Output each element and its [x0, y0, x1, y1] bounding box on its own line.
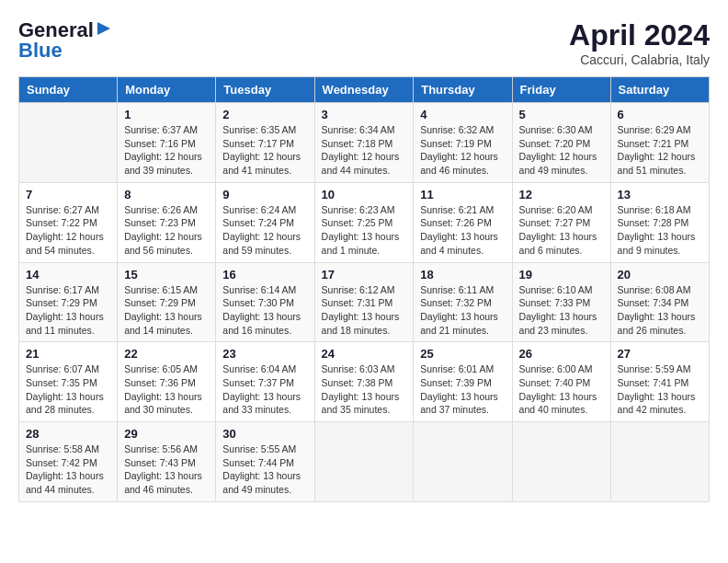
day-info: Sunrise: 6:00 AMSunset: 7:40 PMDaylight:… [519, 362, 604, 417]
day-number: 6 [618, 108, 702, 121]
calendar-cell [414, 422, 512, 502]
day-number: 9 [222, 188, 307, 201]
calendar-cell: 23Sunrise: 6:04 AMSunset: 7:37 PMDayligh… [216, 342, 314, 422]
day-number: 22 [124, 347, 209, 361]
day-number: 15 [124, 268, 209, 282]
calendar-cell: 29Sunrise: 5:56 AMSunset: 7:43 PMDayligh… [118, 422, 216, 502]
day-number: 4 [420, 108, 505, 121]
calendar-cell: 27Sunrise: 5:59 AMSunset: 7:41 PMDayligh… [610, 342, 709, 422]
header-day-saturday: Saturday [610, 77, 709, 103]
day-number: 23 [222, 347, 307, 361]
day-info: Sunrise: 5:58 AMSunset: 7:42 PMDaylight:… [26, 442, 110, 497]
day-number: 28 [26, 427, 110, 441]
calendar-cell: 22Sunrise: 6:05 AMSunset: 7:36 PMDayligh… [118, 342, 216, 422]
calendar-week-2: 7Sunrise: 6:27 AMSunset: 7:22 PMDaylight… [19, 182, 710, 262]
day-number: 21 [26, 347, 110, 361]
day-info: Sunrise: 6:07 AMSunset: 7:35 PMDaylight:… [26, 362, 110, 417]
calendar-body: 1Sunrise: 6:37 AMSunset: 7:16 PMDaylight… [19, 103, 710, 502]
calendar-cell [314, 422, 414, 502]
calendar-cell: 26Sunrise: 6:00 AMSunset: 7:40 PMDayligh… [512, 342, 610, 422]
calendar-cell: 9Sunrise: 6:24 AMSunset: 7:24 PMDaylight… [216, 182, 314, 262]
calendar-cell: 18Sunrise: 6:11 AMSunset: 7:32 PMDayligh… [414, 262, 512, 342]
page-header: General Blue April 2024 Caccuri, Calabri… [18, 18, 710, 67]
day-info: Sunrise: 6:26 AMSunset: 7:23 PMDaylight:… [124, 203, 209, 258]
calendar-cell: 24Sunrise: 6:03 AMSunset: 7:38 PMDayligh… [314, 342, 414, 422]
calendar-cell: 21Sunrise: 6:07 AMSunset: 7:35 PMDayligh… [19, 342, 118, 422]
calendar-cell: 25Sunrise: 6:01 AMSunset: 7:39 PMDayligh… [414, 342, 512, 422]
day-info: Sunrise: 6:12 AMSunset: 7:31 PMDaylight:… [322, 283, 407, 338]
header-day-friday: Friday [512, 77, 610, 103]
day-info: Sunrise: 6:20 AMSunset: 7:27 PMDaylight:… [519, 203, 604, 258]
calendar-cell: 15Sunrise: 6:15 AMSunset: 7:29 PMDayligh… [118, 262, 216, 342]
header-row: SundayMondayTuesdayWednesdayThursdayFrid… [19, 77, 710, 103]
day-info: Sunrise: 6:04 AMSunset: 7:37 PMDaylight:… [222, 362, 307, 417]
title-block: April 2024 Caccuri, Calabria, Italy [569, 18, 710, 67]
day-number: 20 [618, 268, 702, 282]
day-info: Sunrise: 5:55 AMSunset: 7:44 PMDaylight:… [222, 442, 307, 497]
day-info: Sunrise: 6:01 AMSunset: 7:39 PMDaylight:… [420, 362, 505, 417]
calendar-cell: 1Sunrise: 6:37 AMSunset: 7:16 PMDaylight… [118, 103, 216, 183]
day-number: 1 [124, 108, 209, 121]
calendar-week-1: 1Sunrise: 6:37 AMSunset: 7:16 PMDaylight… [19, 103, 710, 183]
header-day-tuesday: Tuesday [216, 77, 314, 103]
day-info: Sunrise: 6:35 AMSunset: 7:17 PMDaylight:… [222, 123, 307, 178]
logo-blue-text: Blue [18, 39, 112, 63]
day-info: Sunrise: 6:14 AMSunset: 7:30 PMDaylight:… [222, 283, 307, 338]
calendar-cell: 16Sunrise: 6:14 AMSunset: 7:30 PMDayligh… [216, 262, 314, 342]
calendar-cell: 3Sunrise: 6:34 AMSunset: 7:18 PMDaylight… [314, 103, 414, 183]
day-info: Sunrise: 5:56 AMSunset: 7:43 PMDaylight:… [124, 442, 209, 497]
svg-marker-0 [97, 22, 110, 35]
calendar-cell: 4Sunrise: 6:32 AMSunset: 7:19 PMDaylight… [414, 103, 512, 183]
calendar-cell: 6Sunrise: 6:29 AMSunset: 7:21 PMDaylight… [610, 103, 709, 183]
logo-flag-icon [96, 20, 112, 37]
day-info: Sunrise: 5:59 AMSunset: 7:41 PMDaylight:… [618, 362, 702, 417]
day-info: Sunrise: 6:23 AMSunset: 7:25 PMDaylight:… [322, 203, 407, 258]
calendar-cell: 11Sunrise: 6:21 AMSunset: 7:26 PMDayligh… [414, 182, 512, 262]
calendar-cell: 2Sunrise: 6:35 AMSunset: 7:17 PMDaylight… [216, 103, 314, 183]
month-title: April 2024 [569, 18, 710, 52]
day-number: 13 [618, 188, 702, 201]
day-number: 12 [519, 188, 604, 201]
calendar-week-3: 14Sunrise: 6:17 AMSunset: 7:29 PMDayligh… [19, 262, 710, 342]
day-number: 11 [420, 188, 505, 201]
day-info: Sunrise: 6:27 AMSunset: 7:22 PMDaylight:… [26, 203, 110, 258]
calendar-cell: 20Sunrise: 6:08 AMSunset: 7:34 PMDayligh… [610, 262, 709, 342]
day-info: Sunrise: 6:30 AMSunset: 7:20 PMDaylight:… [519, 123, 604, 178]
day-number: 29 [124, 427, 209, 441]
day-number: 30 [222, 427, 307, 441]
calendar-cell [512, 422, 610, 502]
header-day-monday: Monday [118, 77, 216, 103]
calendar-cell: 28Sunrise: 5:58 AMSunset: 7:42 PMDayligh… [19, 422, 118, 502]
day-number: 16 [222, 268, 307, 282]
day-info: Sunrise: 6:15 AMSunset: 7:29 PMDaylight:… [124, 283, 209, 338]
calendar-cell: 8Sunrise: 6:26 AMSunset: 7:23 PMDaylight… [118, 182, 216, 262]
day-number: 25 [420, 347, 505, 361]
day-info: Sunrise: 6:10 AMSunset: 7:33 PMDaylight:… [519, 283, 604, 338]
day-number: 27 [618, 347, 702, 361]
day-number: 5 [519, 108, 604, 121]
day-info: Sunrise: 6:05 AMSunset: 7:36 PMDaylight:… [124, 362, 209, 417]
day-number: 7 [26, 188, 110, 201]
day-info: Sunrise: 6:21 AMSunset: 7:26 PMDaylight:… [420, 203, 505, 258]
day-info: Sunrise: 6:08 AMSunset: 7:34 PMDaylight:… [618, 283, 702, 338]
day-number: 3 [322, 108, 407, 121]
day-info: Sunrise: 6:34 AMSunset: 7:18 PMDaylight:… [322, 123, 407, 178]
calendar-header: SundayMondayTuesdayWednesdayThursdayFrid… [19, 77, 710, 103]
day-info: Sunrise: 6:03 AMSunset: 7:38 PMDaylight:… [322, 362, 407, 417]
calendar-cell: 19Sunrise: 6:10 AMSunset: 7:33 PMDayligh… [512, 262, 610, 342]
day-info: Sunrise: 6:17 AMSunset: 7:29 PMDaylight:… [26, 283, 110, 338]
calendar-cell: 7Sunrise: 6:27 AMSunset: 7:22 PMDaylight… [19, 182, 118, 262]
day-number: 17 [322, 268, 407, 282]
calendar-cell: 17Sunrise: 6:12 AMSunset: 7:31 PMDayligh… [314, 262, 414, 342]
calendar-week-5: 28Sunrise: 5:58 AMSunset: 7:42 PMDayligh… [19, 422, 710, 502]
day-info: Sunrise: 6:37 AMSunset: 7:16 PMDaylight:… [124, 123, 209, 178]
day-number: 14 [26, 268, 110, 282]
header-day-wednesday: Wednesday [314, 77, 414, 103]
calendar-cell: 30Sunrise: 5:55 AMSunset: 7:44 PMDayligh… [216, 422, 314, 502]
day-info: Sunrise: 6:18 AMSunset: 7:28 PMDaylight:… [618, 203, 702, 258]
day-number: 26 [519, 347, 604, 361]
day-info: Sunrise: 6:29 AMSunset: 7:21 PMDaylight:… [618, 123, 702, 178]
calendar-table: SundayMondayTuesdayWednesdayThursdayFrid… [18, 76, 710, 502]
calendar-week-4: 21Sunrise: 6:07 AMSunset: 7:35 PMDayligh… [19, 342, 710, 422]
day-number: 10 [322, 188, 407, 201]
